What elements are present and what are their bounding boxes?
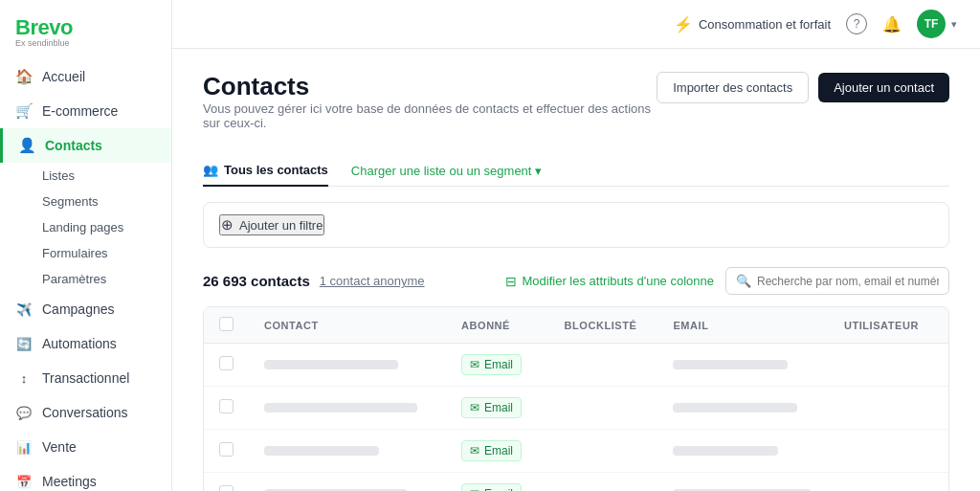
sidebar-item-listes[interactable]: Listes <box>42 163 171 189</box>
add-filter-button[interactable]: ⊕ Ajouter un filtre <box>219 214 324 235</box>
email-cell <box>657 344 829 387</box>
contacts-icon: 👤 <box>18 137 35 154</box>
search-icon: 🔍 <box>736 274 751 288</box>
edit-columns-button[interactable]: ⊟ Modifier les attributs d'une colonne <box>505 274 714 289</box>
utilisateur-cell <box>829 430 948 473</box>
notifications-button[interactable]: 🔔 <box>882 15 902 33</box>
brand-name: Brevo <box>15 15 156 40</box>
sidebar-item-accueil[interactable]: 🏠 Accueil <box>0 59 171 94</box>
bell-icon: 🔔 <box>882 15 902 33</box>
consommation-link[interactable]: ⚡ Consommation et forfait <box>674 15 831 33</box>
user-menu[interactable]: TF ▾ <box>917 10 957 38</box>
email-cell <box>657 430 829 473</box>
search-box: 🔍 <box>725 267 949 295</box>
add-filter-label: Ajouter un filtre <box>239 218 323 233</box>
page-title: Contacts <box>203 72 657 101</box>
sidebar-item-label: Contacts <box>45 138 102 153</box>
email-tag-label: Email <box>484 487 513 491</box>
sidebar: Brevo Ex sendinblue 🏠 Accueil 🛒 E-commer… <box>0 0 172 491</box>
automations-icon: 🔄 <box>15 335 33 352</box>
brand-sub: Ex sendinblue <box>15 38 156 48</box>
users-icon: 👥 <box>203 163 218 177</box>
email-cell <box>657 387 829 430</box>
sidebar-item-vente[interactable]: 📊 Vente <box>0 430 171 464</box>
sidebar-item-label: E-commerce <box>42 103 118 119</box>
contact-skeleton <box>264 360 398 369</box>
table-row: ✉ Email <box>204 473 948 492</box>
sidebar-item-formulaires[interactable]: Formulaires <box>42 240 171 266</box>
table-body: ✉ Email <box>204 344 948 492</box>
sidebar-item-campagnes[interactable]: ✈️ Campagnes <box>0 292 171 326</box>
email-tag: ✉ Email <box>461 483 522 491</box>
email-cell <box>657 473 829 492</box>
contact-count: 26 693 contacts <box>203 273 310 289</box>
page-content: Contacts Vous pouvez gérer ici votre bas… <box>172 49 980 491</box>
col-header-email: EMAIL <box>657 307 829 344</box>
transactionnel-icon: ↕️ <box>15 369 33 387</box>
search-input[interactable] <box>757 275 939 288</box>
sidebar-item-parametres[interactable]: Paramètres <box>42 266 171 292</box>
abonne-cell: ✉ Email <box>446 344 549 387</box>
sidebar-item-meetings[interactable]: 📅 Meetings <box>0 464 171 491</box>
blockliste-cell <box>549 473 658 492</box>
contact-cell <box>249 473 446 492</box>
sidebar-item-contacts[interactable]: 👤 Contacts <box>0 128 171 163</box>
sidebar-item-transactionnel[interactable]: ↕️ Transactionnel <box>0 361 171 395</box>
sidebar-item-landing-pages[interactable]: Landing pages <box>42 214 171 240</box>
import-contacts-button[interactable]: Importer des contacts <box>657 72 809 103</box>
sidebar-item-conversations[interactable]: 💬 Conversations <box>0 395 171 430</box>
conversations-icon: 💬 <box>15 404 33 421</box>
anon-link[interactable]: 1 contact anonyme <box>320 274 425 288</box>
sidebar-item-label: Vente <box>42 439 77 455</box>
blockliste-cell <box>549 387 658 430</box>
campagnes-icon: ✈️ <box>15 301 33 318</box>
home-icon: 🏠 <box>15 68 33 85</box>
sidebar-item-label: Automations <box>42 336 117 351</box>
email-tag-label: Email <box>484 401 513 414</box>
abonne-cell: ✉ Email <box>446 473 549 492</box>
blockliste-cell <box>549 430 658 473</box>
blockliste-cell <box>549 344 658 387</box>
page-description: Vous pouvez gérer ici votre base de donn… <box>203 101 657 130</box>
table-head: CONTACT ABONNÉ BLOCKLISTÉ EMAIL UTILISAT… <box>204 307 948 344</box>
tabs-row: 👥 Tous les contacts Charger une liste ou… <box>203 155 949 187</box>
table-row: ✉ Email <box>204 387 948 430</box>
row-checkbox[interactable] <box>219 399 234 413</box>
select-all-header <box>204 307 249 344</box>
email-tag: ✉ Email <box>461 397 522 418</box>
header-actions: Importer des contacts Ajouter un contact <box>657 72 949 103</box>
sidebar-item-label: Conversations <box>42 405 128 420</box>
col-header-contact: CONTACT <box>249 307 446 344</box>
utilisateur-cell <box>829 344 948 387</box>
add-filter-icon: ⊕ <box>221 216 234 234</box>
email-tag-icon: ✉ <box>470 444 479 458</box>
add-contact-button[interactable]: Ajouter un contact <box>818 73 949 102</box>
sidebar-item-ecommerce[interactable]: 🛒 E-commerce <box>0 94 171 128</box>
email-tag-icon: ✉ <box>470 487 479 491</box>
chevron-down-icon: ▾ <box>951 18 957 31</box>
tab-all-contacts[interactable]: 👥 Tous les contacts <box>203 155 328 187</box>
select-all-checkbox[interactable] <box>219 317 234 331</box>
sidebar-item-label: Accueil <box>42 69 85 84</box>
sidebar-item-label: Meetings <box>42 474 97 489</box>
row-checkbox-cell <box>204 387 249 430</box>
tab-load-list[interactable]: Charger une liste ou un segment ▾ <box>351 164 543 178</box>
consommation-label: Consommation et forfait <box>699 17 831 32</box>
col-header-blockliste: BLOCKLISTÉ <box>549 307 658 344</box>
filter-bar: ⊕ Ajouter un filtre <box>203 202 949 248</box>
table-row: ✉ Email <box>204 344 948 387</box>
row-checkbox[interactable] <box>219 356 234 370</box>
contact-skeleton <box>264 446 379 456</box>
logo: Brevo Ex sendinblue <box>0 0 171 59</box>
page-header: Contacts Vous pouvez gérer ici votre bas… <box>203 72 949 149</box>
sidebar-item-automations[interactable]: 🔄 Automations <box>0 326 171 361</box>
email-tag-icon: ✉ <box>470 401 479 414</box>
stats-left: 26 693 contacts 1 contact anonyme <box>203 273 425 289</box>
row-checkbox[interactable] <box>219 442 234 457</box>
help-button[interactable]: ? <box>846 13 867 34</box>
contact-cell <box>249 387 446 430</box>
row-checkbox[interactable] <box>219 485 234 491</box>
email-tag: ✉ Email <box>461 440 522 461</box>
abonne-cell: ✉ Email <box>446 387 549 430</box>
sidebar-item-segments[interactable]: Segments <box>42 189 171 214</box>
